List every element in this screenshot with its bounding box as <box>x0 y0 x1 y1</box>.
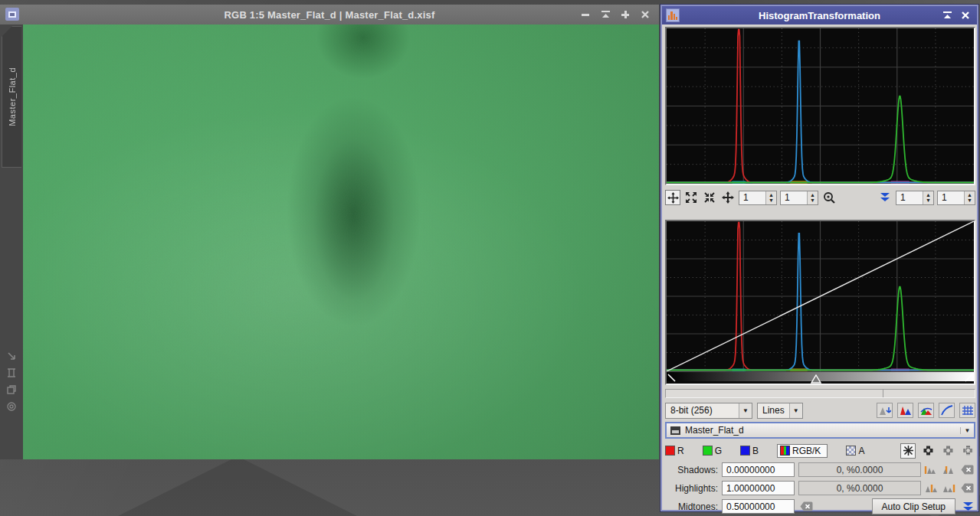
filled-histogram-icon[interactable] <box>897 403 913 418</box>
shadows-clipping-readout: 0, %0.0000 <box>798 462 921 477</box>
highlights-input[interactable]: 1.00000000 <box>722 481 795 495</box>
rgbk-swatch-icon <box>780 446 790 456</box>
transfer-histogram-plot[interactable] <box>665 220 975 385</box>
channel-rgbk-label: RGB/K <box>792 446 821 456</box>
workspace-facet <box>115 456 360 516</box>
channel-red-button[interactable]: R <box>665 446 684 456</box>
image-window: RGB 1:5 Master_Flat_d | Master_Flat_d.xi… <box>0 5 659 459</box>
graph-height-spinbox[interactable]: 1 ▲▼ <box>937 191 975 205</box>
zoom-out-icon[interactable] <box>702 190 717 205</box>
image-tab-master-flat[interactable]: Master_Flat_d <box>2 26 21 168</box>
grid-toggle-icon[interactable] <box>959 403 975 418</box>
highlights-label: Highlights: <box>665 483 722 494</box>
pan-mode-icon[interactable] <box>720 190 736 205</box>
shadows-parameter-row: Shadows: 0.00000000 0, %0.0000 <box>665 461 975 478</box>
panel-title: HistogramTransformation <box>662 10 977 21</box>
channel-red-label: R <box>677 446 684 456</box>
channel-rgbk-button[interactable]: RGB/K <box>777 444 828 458</box>
horizontal-zoom-spinbox[interactable]: 1 ▲▼ <box>739 191 777 205</box>
midtones-parameter-row: Midtones: 0.50000000 Auto Clip Setup <box>665 498 975 515</box>
close-icon[interactable] <box>960 10 971 21</box>
alpha-swatch-icon <box>846 446 856 456</box>
panel-titlebar[interactable]: HistogramTransformation <box>662 6 977 24</box>
highlights-clip-to-peak-icon[interactable] <box>924 482 937 494</box>
auto-clip-setup-button[interactable]: Auto Clip Setup <box>872 498 955 514</box>
histogram-zoom-toolbar: 1 ▲▼ 1 ▲▼ 1 ▲▼ 1 <box>665 188 975 207</box>
image-tab-label: Master_Flat_d <box>8 67 17 126</box>
section-collapse-chevron-icon[interactable] <box>962 501 974 512</box>
channel-alpha-label: A <box>858 446 864 456</box>
vertical-zoom-value[interactable]: 1 <box>781 192 807 203</box>
blue-swatch-icon <box>740 446 750 456</box>
channel-green-button[interactable]: G <box>703 446 722 456</box>
shadows-auto-clip-icon[interactable] <box>942 464 955 475</box>
window-system-icon[interactable] <box>5 8 19 21</box>
duplicate-view-icon[interactable] <box>6 384 17 395</box>
minimize-icon[interactable] <box>579 8 592 21</box>
graph-width-spinbox[interactable]: 1 ▲▼ <box>896 191 934 205</box>
resolution-value: 8-bit (256) <box>666 405 739 416</box>
highlights-slider-handle[interactable] <box>964 372 973 386</box>
screen-transfer-icon[interactable] <box>6 401 17 412</box>
highlights-clipping-readout: 0, %0.0000 <box>798 481 921 495</box>
green-swatch-icon <box>703 446 713 456</box>
magnifier-icon[interactable] <box>821 190 837 205</box>
image-window-side-strip: Master_Flat_d <box>0 24 23 459</box>
vertical-zoom-spinbox[interactable]: 1 ▲▼ <box>780 191 818 205</box>
rejection-histogram-icon[interactable] <box>877 403 893 418</box>
plot-style-select[interactable]: Lines ▼ <box>757 403 803 419</box>
input-histogram-plot[interactable] <box>665 27 975 185</box>
view-selector[interactable]: Master_Flat_d ▼ <box>665 422 975 439</box>
image-window-title: RGB 1:5 Master_Flat_d | Master_Flat_d.xi… <box>0 9 659 21</box>
pixinsight-workspace: RGB 1:5 Master_Flat_d | Master_Flat_d.xi… <box>0 0 980 516</box>
shadows-label: Shadows: <box>665 465 722 475</box>
histogram-options-row: 8-bit (256) ▼ Lines ▼ <box>665 401 975 420</box>
view-selector-value: Master_Flat_d <box>685 425 960 436</box>
channel-blue-button[interactable]: B <box>740 446 759 456</box>
shade-icon[interactable] <box>599 8 611 21</box>
highlights-parameter-row: Highlights: 1.00000000 0, %0.0000 <box>665 479 975 497</box>
chevron-down-icon[interactable]: ▼ <box>960 427 974 434</box>
histogram-transformation-panel: HistogramTransformation <box>660 5 978 511</box>
shadows-reset-icon[interactable] <box>961 465 974 475</box>
chevron-down-icon[interactable]: ▼ <box>739 403 752 418</box>
zoom-icon[interactable] <box>619 8 631 21</box>
resolution-select[interactable]: 8-bit (256) ▼ <box>665 403 752 419</box>
highlights-auto-clip-icon[interactable] <box>942 482 955 494</box>
shade-icon[interactable] <box>942 10 952 21</box>
shadows-slider-handle[interactable] <box>667 372 677 386</box>
shadows-clip-mode-icon[interactable] <box>920 443 936 459</box>
histogram-transformation-icon <box>666 8 680 22</box>
plot-style-value: Lines <box>758 405 789 416</box>
flat-field-image[interactable] <box>23 24 659 459</box>
transfer-curve-icon[interactable] <box>939 403 955 418</box>
shadows-input[interactable]: 0.00000000 <box>722 462 795 477</box>
red-swatch-icon <box>665 446 675 456</box>
image-window-icon <box>670 426 680 435</box>
zoom-to-fit-icon[interactable] <box>6 351 17 361</box>
chevron-down-icon[interactable]: ▼ <box>789 403 802 418</box>
raw-rgb-mode-icon[interactable] <box>900 443 916 459</box>
midtones-clip-mode-icon[interactable] <box>940 443 955 459</box>
image-grain-texture <box>23 24 659 459</box>
graph-height-value[interactable]: 1 <box>938 192 964 203</box>
zoom-in-icon[interactable] <box>683 190 699 205</box>
graph-width-value[interactable]: 1 <box>896 192 923 203</box>
midtones-input[interactable]: 0.50000000 <box>722 499 795 514</box>
fit-view-icon[interactable] <box>6 367 17 378</box>
horizontal-zoom-value[interactable]: 1 <box>739 192 765 203</box>
overlay-histogram-icon[interactable] <box>918 403 934 418</box>
image-window-titlebar[interactable]: RGB 1:5 Master_Flat_d | Master_Flat_d.xi… <box>0 5 659 24</box>
channel-alpha-button[interactable]: A <box>846 446 864 456</box>
section-collapse-chevron-icon[interactable] <box>877 190 893 205</box>
shadows-clip-to-peak-icon[interactable] <box>924 464 937 475</box>
midtones-slider-handle[interactable] <box>811 373 821 387</box>
highlights-reset-icon[interactable] <box>961 483 974 493</box>
close-icon[interactable] <box>639 8 651 21</box>
channel-selector-row: R G B RGB/K A <box>665 442 975 459</box>
readout-mode-icon[interactable] <box>665 190 680 205</box>
histogram-readout-strip <box>665 389 975 398</box>
highlights-clip-mode-icon[interactable] <box>960 443 975 459</box>
midtones-reset-icon[interactable] <box>800 501 813 511</box>
levels-gradient-slider[interactable] <box>667 371 974 381</box>
